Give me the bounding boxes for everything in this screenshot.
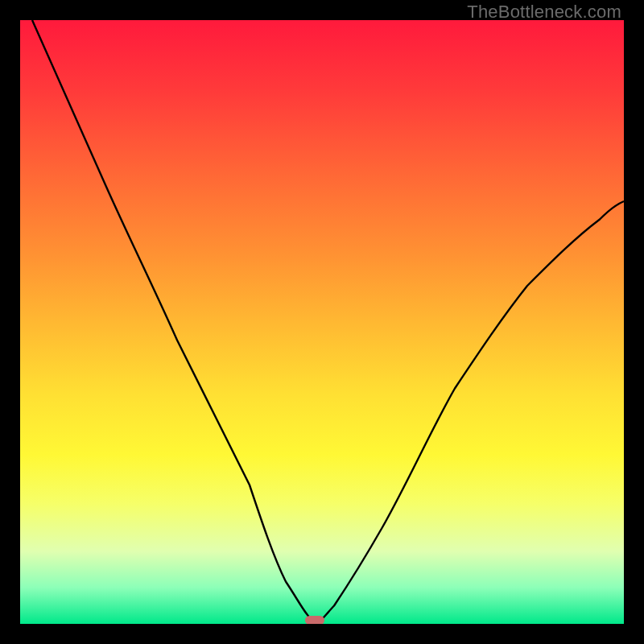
watermark-text: TheBottleneck.com [467, 2, 621, 23]
minimum-marker [305, 616, 324, 624]
chart-plot-area [20, 20, 624, 624]
bottleneck-curve [32, 20, 624, 621]
bottleneck-curve-svg [20, 20, 624, 624]
chart-frame: TheBottleneck.com [0, 0, 644, 644]
